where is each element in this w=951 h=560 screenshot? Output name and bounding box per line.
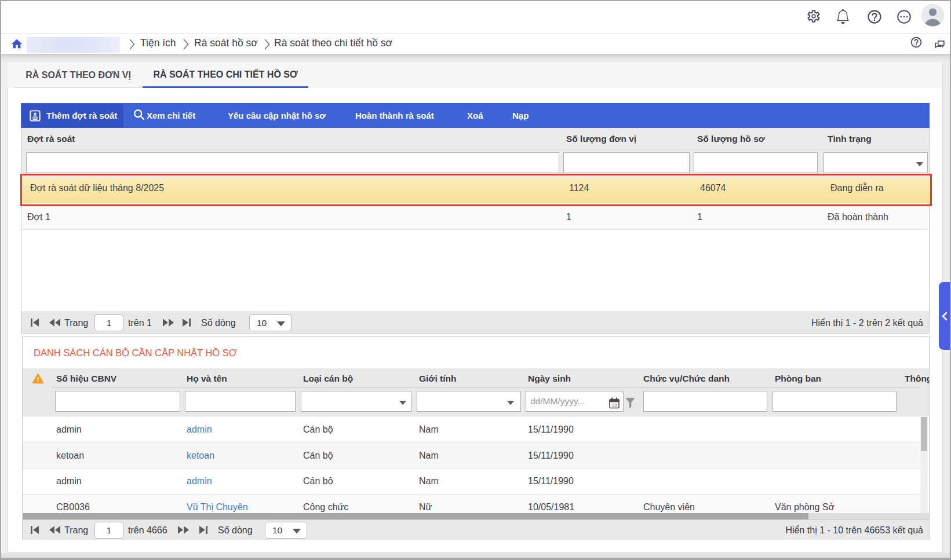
svg-text:23: 23: [612, 402, 617, 408]
